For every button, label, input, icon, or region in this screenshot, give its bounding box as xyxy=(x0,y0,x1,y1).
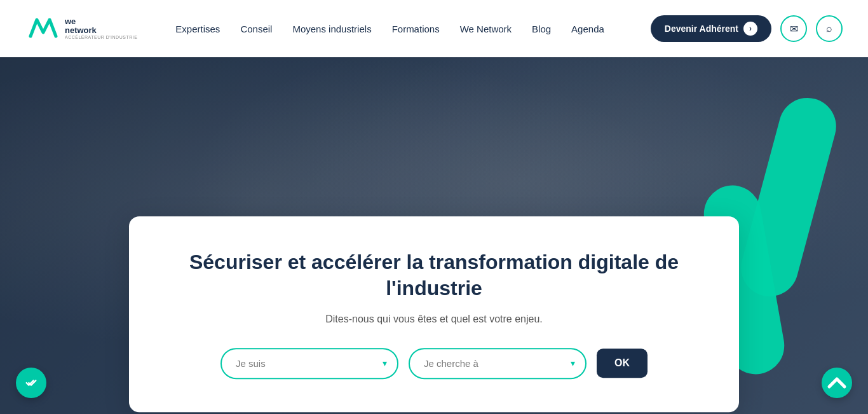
hero-section: Sécuriser et accélérer la transformation… xyxy=(0,57,868,414)
nav-item-formations[interactable]: Formations xyxy=(392,24,440,34)
je-suis-select[interactable]: Je suis Industriel Partenaire Étudiant xyxy=(220,348,398,379)
hero-card: Sécuriser et accélérer la transformation… xyxy=(129,216,739,412)
logo-network: network xyxy=(65,26,137,35)
nav-item-moyens-industriels[interactable]: Moyens industriels xyxy=(292,24,371,34)
hero-title: Sécuriser et accélérer la transformation… xyxy=(167,249,701,302)
checkmark-double-icon xyxy=(24,376,38,390)
nav-item-agenda[interactable]: Agenda xyxy=(571,24,604,34)
fab-left[interactable] xyxy=(16,368,46,398)
je-suis-wrapper: Je suis Industriel Partenaire Étudiant ▾ xyxy=(220,348,398,379)
search-icon: ⌕ xyxy=(826,23,832,34)
adherent-label: Devenir Adhérent xyxy=(665,24,738,34)
ok-button[interactable]: OK xyxy=(597,348,648,378)
main-nav: Expertises Conseil Moyens industriels Fo… xyxy=(175,24,637,34)
arrow-right-icon: › xyxy=(743,22,757,36)
logo-tagline: accélérateur d'industrie xyxy=(65,35,137,40)
logo-we: we xyxy=(65,17,137,26)
mail-button[interactable]: ✉ xyxy=(780,15,807,42)
header-actions: Devenir Adhérent › ✉ ⌕ xyxy=(651,15,843,42)
nav-item-blog[interactable]: Blog xyxy=(532,24,551,34)
fab-right[interactable] xyxy=(822,368,852,398)
nav-item-we-network[interactable]: We Network xyxy=(460,24,512,34)
logo[interactable]: we network accélérateur d'industrie xyxy=(25,12,137,45)
nav-item-conseil[interactable]: Conseil xyxy=(240,24,272,34)
logo-icon xyxy=(25,12,58,45)
hero-selects: Je suis Industriel Partenaire Étudiant ▾… xyxy=(167,348,701,379)
je-cherche-wrapper: Je cherche à Former mes équipes Innover … xyxy=(409,348,587,379)
nav-item-expertises[interactable]: Expertises xyxy=(175,24,220,34)
mail-icon: ✉ xyxy=(790,23,798,35)
hero-subtitle: Dites-nous qui vous êtes et quel est vot… xyxy=(167,314,701,325)
je-cherche-select[interactable]: Je cherche à Former mes équipes Innover … xyxy=(409,348,587,379)
header: we network accélérateur d'industrie Expe… xyxy=(0,0,868,57)
devenir-adherent-button[interactable]: Devenir Adhérent › xyxy=(651,15,771,42)
search-button[interactable]: ⌕ xyxy=(816,15,843,42)
chevron-up-icon xyxy=(822,368,852,398)
